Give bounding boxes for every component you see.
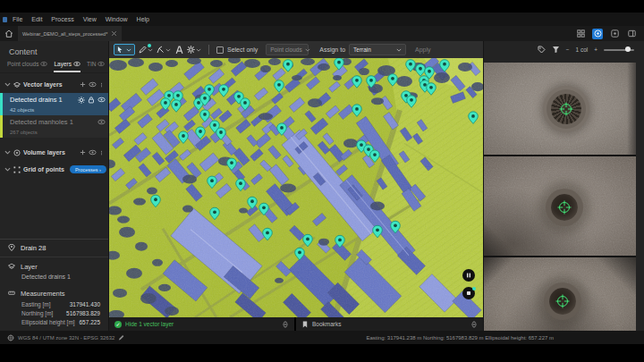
map-3d-view[interactable]: [109, 58, 483, 317]
volume-layers-icon: [13, 149, 21, 156]
add-layer-icon[interactable]: [80, 81, 86, 88]
assign-target-dropdown[interactable]: Terrain: [349, 44, 406, 55]
content-sidebar: Content Point clouds Layers TIN Vector l…: [0, 41, 109, 331]
collapse-icon[interactable]: [282, 321, 289, 328]
layer-row-detected-manholes[interactable]: Detected manholes 1 267 objects: [0, 115, 108, 138]
home-icon: [4, 29, 13, 38]
gear-icon: [187, 46, 195, 54]
select-only-checkbox[interactable]: [216, 46, 224, 54]
draw-tool-button[interactable]: [139, 46, 153, 54]
layer-object-count: 42 objects: [10, 106, 108, 115]
zoom-out-button[interactable]: −: [566, 46, 570, 53]
eye-icon[interactable]: [89, 81, 97, 88]
measurement-value: 5167983.829: [66, 310, 100, 316]
more-options-icon[interactable]: [99, 81, 104, 88]
settings-tool-button[interactable]: [187, 46, 201, 54]
measurement-label: Northing [m]: [21, 310, 53, 316]
measurement-value: 317941.430: [70, 301, 100, 307]
lock-icon[interactable]: [88, 97, 95, 104]
bookmarks-label[interactable]: Bookmarks: [312, 321, 467, 327]
content-tabs: Point clouds Layers TIN: [0, 61, 108, 73]
tab-layers[interactable]: Layers: [54, 61, 80, 72]
caret-down-icon: [4, 81, 11, 88]
grid-of-points-header[interactable]: Grid of points Processes ›: [0, 163, 108, 176]
measurements-icon: [8, 290, 15, 297]
camera-views-button[interactable]: [462, 269, 475, 282]
gear-icon[interactable]: [78, 97, 85, 104]
stop-button[interactable]: [462, 287, 475, 299]
layer-icon: [8, 263, 15, 270]
processes-badge[interactable]: Processes ›: [70, 165, 106, 173]
tab-tin[interactable]: TIN: [87, 61, 105, 72]
selection-info-panel: Drain 28 Layer Detected drains 1 Measure…: [0, 239, 108, 332]
measurement-value: 657.225: [80, 319, 101, 325]
hide-vector-layer-link[interactable]: Hide 1 vector layer: [125, 321, 278, 327]
bookmark-icon: [301, 321, 309, 328]
caret-down-icon: [196, 47, 201, 53]
drain-photo-2[interactable]: [484, 156, 636, 257]
menu-help[interactable]: Help: [132, 13, 154, 26]
drain-marker-icon: [559, 202, 570, 213]
drain-photo-3[interactable]: [484, 257, 636, 331]
layer-row-detected-drains[interactable]: Detected drains 1 42 objects: [0, 93, 108, 115]
menu-view[interactable]: View: [79, 13, 101, 26]
map-viewport: Select only Point clouds Assign to Terra…: [109, 41, 483, 331]
select-tool-button[interactable]: [114, 44, 135, 55]
crs-icon: [7, 334, 14, 341]
point-clouds-dropdown[interactable]: Point clouds: [266, 44, 309, 55]
viewport-footer: ✓ Hide 1 vector layer Bookmarks: [109, 317, 483, 331]
caret-down-icon: [126, 47, 131, 53]
eye-icon[interactable]: [97, 97, 106, 103]
layout-single-button[interactable]: [592, 29, 603, 39]
caret-down-icon: [4, 166, 11, 173]
columns-label: 1 col: [575, 46, 588, 53]
project-tab[interactable]: Webinar_DEMO_all_steps_processed*: [18, 26, 122, 41]
add-layer-icon[interactable]: [80, 149, 86, 156]
measurements-section-heading: Measurements: [21, 290, 65, 298]
drain-marker-icon: [561, 104, 572, 114]
tab-point-clouds[interactable]: Point clouds: [7, 61, 47, 72]
line-tool-button[interactable]: [157, 46, 171, 54]
viewport-toolbar: Select only Point clouds Assign to Terra…: [109, 41, 483, 58]
more-options-icon[interactable]: [99, 149, 104, 156]
application-window: File Edit Process View Window Help Webin…: [0, 0, 644, 362]
layout-square-button[interactable]: [609, 29, 620, 39]
select-only-label: Select only: [227, 46, 258, 53]
menu-file[interactable]: File: [8, 13, 27, 26]
menu-bar: File Edit Process View Window Help: [0, 13, 644, 26]
eye-icon[interactable]: [89, 149, 97, 156]
polyline-icon: [157, 46, 165, 54]
edit-crs-icon[interactable]: [118, 334, 124, 341]
selected-layer-value: Detected drains 1: [0, 274, 108, 284]
app-icon: [3, 17, 7, 22]
menu-window[interactable]: Window: [101, 13, 132, 26]
volume-layers-header[interactable]: Volume layers: [0, 146, 108, 159]
tab-close-icon[interactable]: [111, 30, 117, 37]
vector-layers-icon: [13, 81, 21, 88]
cursor-coordinates: Easting: 317941.238 m Northing: 5167983.…: [367, 335, 637, 341]
caret-down-icon: [148, 47, 153, 53]
vector-layers-header[interactable]: Vector layers: [0, 78, 108, 91]
crs-label[interactable]: WGS 84 / UTM zone 32N - EPSG 32632: [18, 335, 114, 341]
collapse-icon[interactable]: [470, 321, 478, 328]
drain-photo-1[interactable]: [484, 63, 636, 156]
layout-grid-button[interactable]: [575, 29, 586, 39]
menu-process[interactable]: Process: [47, 13, 78, 26]
tag-icon[interactable]: [538, 46, 546, 54]
detail-toolbar: − 1 col +: [484, 41, 644, 58]
thumbnail-size-slider[interactable]: [604, 49, 634, 51]
zoom-in-button[interactable]: +: [594, 46, 597, 53]
pin-icon: [8, 244, 15, 251]
stop-icon: [465, 290, 472, 297]
home-button[interactable]: [0, 26, 18, 41]
slider-knob[interactable]: [625, 46, 631, 52]
layout-panel-button[interactable]: [626, 29, 637, 39]
measure-tool-icon[interactable]: [174, 46, 183, 55]
check-circle-icon: ✓: [114, 321, 122, 328]
apply-button[interactable]: Apply: [415, 46, 431, 53]
point-cloud-map: [109, 58, 483, 317]
menu-edit[interactable]: Edit: [27, 13, 47, 26]
content-panel-title: Content: [0, 41, 108, 61]
filter-icon[interactable]: [552, 46, 560, 54]
eye-icon[interactable]: [97, 119, 106, 125]
